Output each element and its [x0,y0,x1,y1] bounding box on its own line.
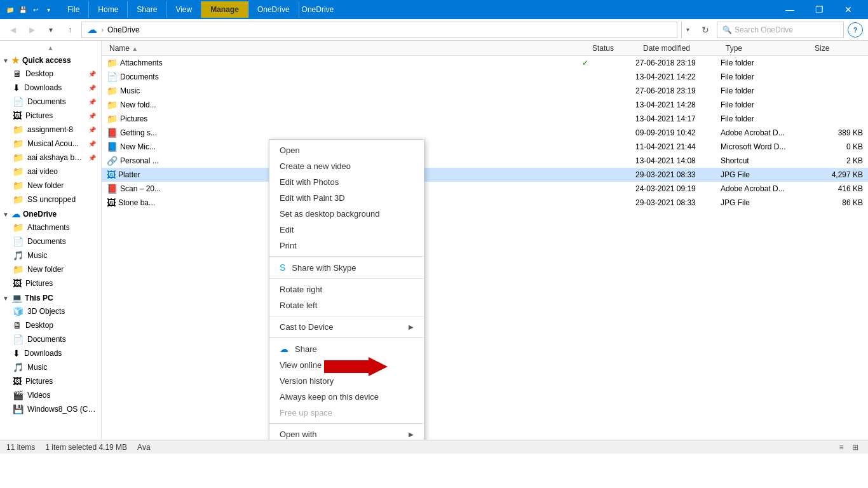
sidebar-item-od-new-folder[interactable]: 📁 New folder [0,262,101,276]
date-scan: 24-03-2021 09:19 [635,184,718,193]
sidebar-item-downloads[interactable]: ⬇ Downloads 📌 [0,81,101,95]
sidebar-item-documents[interactable]: 📄 Documents 📌 [0,95,101,109]
folder-icon-7: 📁 [13,222,24,233]
sidebar-scroll-up[interactable]: ▲ [0,43,101,53]
thispc-section-label: This PC [25,294,53,302]
sidebar-item-desktop[interactable]: 🖥 Desktop 📌 [0,67,101,81]
col-header-name[interactable]: Name ▲ [107,44,590,53]
col-header-type[interactable]: Type [723,44,812,53]
dropdown-icon[interactable]: ▾ [43,4,53,15]
col-header-date[interactable]: Date modified [641,44,723,53]
help-button[interactable]: ? [848,22,863,37]
svg-marker-0 [324,357,388,376]
available-prefix: Ava [137,443,150,452]
maximize-button[interactable]: ❐ [804,0,834,19]
details-view-button[interactable]: ≡ [835,441,848,454]
sidebar-item-pc-downloads[interactable]: ⬇ Downloads [0,346,101,360]
ctx-edit[interactable]: Edit [269,222,424,238]
sidebar-desktop-label: Desktop [25,69,85,78]
sidebar-item-pc-documents[interactable]: 📄 Documents [0,332,101,346]
ctx-rotate-right[interactable]: Rotate right [269,281,424,297]
sidebar-item-3dobjects[interactable]: 🧊 3D Objects [0,304,101,318]
sidebar-item-pictures[interactable]: 🖼 Pictures 📌 [0,109,101,123]
expand-icon-2: ▼ [3,211,9,218]
selected-info: 1 item selected 4.19 MB [45,443,127,452]
file-row-new-mic[interactable]: 📘 New Mic... 11-04-2021 21:44 Microsoft … [102,140,868,154]
date-getting-s: 09-09-2019 10:42 [635,128,718,137]
ctx-edit-paint3d[interactable]: Edit with Paint 3D [269,190,424,206]
file-row-stone[interactable]: 🖼 Stone ba... 29-03-2021 08:33 JPG File … [102,196,868,210]
sidebar-item-od-attachments[interactable]: 📁 Attachments [0,220,101,234]
type-documents: File folder [721,72,810,81]
ctx-open[interactable]: Open [269,142,424,158]
tab-manage[interactable]: Manage [201,1,248,18]
file-row-pictures[interactable]: 📁 Pictures 13-04-2021 14:17 File folder [102,112,868,126]
status-bar: 11 items 1 item selected 4.19 MB Ava ≡ ⊞ [0,440,868,454]
search-box[interactable]: 🔍 Search OneDrive [717,22,844,38]
address-path[interactable]: ☁ › OneDrive [81,22,677,38]
ctx-rotate-left[interactable]: Rotate left [269,297,424,313]
file-row-personal[interactable]: 🔗 Personal ... 13-04-2021 14:08 Shortcut… [102,154,868,168]
close-button[interactable]: ✕ [834,0,863,19]
refresh-button[interactable]: ↻ [698,22,713,37]
ctx-share-skype[interactable]: S Share with Skype [269,259,424,276]
minimize-button[interactable]: — [775,0,804,19]
sidebar-section-thispc[interactable]: ▼ 💻 This PC [0,290,101,304]
ctx-create-video[interactable]: Create a new video [269,158,424,174]
doc-icon-2: 📄 [13,236,24,247]
sidebar-item-od-pictures[interactable]: 🖼 Pictures [0,276,101,290]
sidebar-section-quick-access[interactable]: ▼ ★ Quick access [0,53,101,67]
address-dropdown[interactable]: ▾ [681,22,694,38]
folder-icon-4: 📁 [13,166,24,177]
sidebar-item-ss-uncropped[interactable]: 📁 SS uncropped [0,193,101,207]
sidebar-item-pc-pictures[interactable]: 🖼 Pictures [0,374,101,388]
ctx-print[interactable]: Print [269,238,424,254]
type-new-fold: File folder [721,100,810,109]
back-button[interactable]: ◀ [5,22,20,37]
ctx-share[interactable]: ☁ Share [269,341,424,357]
tab-home[interactable]: Home [89,1,128,18]
ctx-edit-photos[interactable]: Edit with Photos [269,174,424,190]
file-row-documents[interactable]: 📄 Documents 13-04-2021 14:22 File folder [102,70,868,84]
red-arrow-indicator [324,357,388,378]
ctx-cast-device[interactable]: Cast to Device ▶ [269,319,424,335]
sidebar-item-musical[interactable]: 📁 Musical Acou... 📌 [0,137,101,151]
address-bar: ◀ ▶ ▾ ↑ ☁ › OneDrive ▾ ↻ 🔍 Search OneDri… [0,19,868,41]
file-row-new-fold[interactable]: 📁 New fold... 13-04-2021 14:28 File fold… [102,98,868,112]
sidebar-item-assignment[interactable]: 📁 assignment-8 📌 [0,123,101,137]
file-row-music[interactable]: 📁 Music 27-06-2018 23:19 File folder [102,84,868,98]
sidebar-item-windows-drive[interactable]: 💾 Windows8_OS (C:...) [0,402,101,416]
window-controls: — ❐ ✕ [775,0,863,19]
ctx-always-keep[interactable]: Always keep on this device [269,389,424,405]
ctx-set-desktop-bg[interactable]: Set as desktop background [269,206,424,222]
file-row-scan[interactable]: 📕 Scan – 20... 24-03-2021 09:19 Adobe Ac… [102,182,868,196]
tab-file[interactable]: File [58,1,89,18]
file-row-attachments[interactable]: 📁 Attachments ✓ 27-06-2018 23:19 File fo… [102,56,868,70]
forward-button[interactable]: ▶ [24,22,39,37]
sidebar-item-pc-desktop[interactable]: 🖥 Desktop [0,318,101,332]
col-header-status[interactable]: Status [590,44,641,53]
file-row-getting-s[interactable]: 📕 Getting s... 09-09-2019 10:42 Adobe Ac… [102,126,868,140]
sidebar-item-aai-bday[interactable]: 📁 aai akshaya bday 📌 [0,151,101,165]
file-row-platter[interactable]: 🖼 Platter 29-03-2021 08:33 JPG File 4,29… [102,168,868,182]
large-icons-view-button[interactable]: ⊞ [849,441,862,454]
tab-view[interactable]: View [166,1,201,18]
sidebar-od-attachments-label: Attachments [27,223,96,232]
col-header-size[interactable]: Size [812,44,863,53]
sidebar-item-pc-videos[interactable]: 🎬 Videos [0,388,101,402]
up-button[interactable]: ↑ [62,22,78,37]
recent-button[interactable]: ▾ [43,22,58,37]
sort-arrow[interactable]: ▲ [132,45,138,52]
sidebar-item-od-documents[interactable]: 📄 Documents [0,234,101,248]
file-name-documents: Documents [120,72,580,81]
col-name-label: Name [109,44,130,53]
sidebar-section-onedrive[interactable]: ▼ ☁ OneDrive [0,207,101,220]
sidebar-item-new-folder[interactable]: 📁 New folder [0,179,101,193]
sidebar-item-aai-video[interactable]: 📁 aai video [0,165,101,179]
sidebar-item-pc-music[interactable]: 🎵 Music [0,360,101,374]
sidebar-item-od-music[interactable]: 🎵 Music [0,248,101,262]
tab-onedrive[interactable]: OneDrive [248,1,299,18]
ctx-free-up-space[interactable]: Free up space [269,405,424,421]
ctx-open-with[interactable]: Open with ▶ [269,426,424,440]
tab-share[interactable]: Share [128,1,166,18]
